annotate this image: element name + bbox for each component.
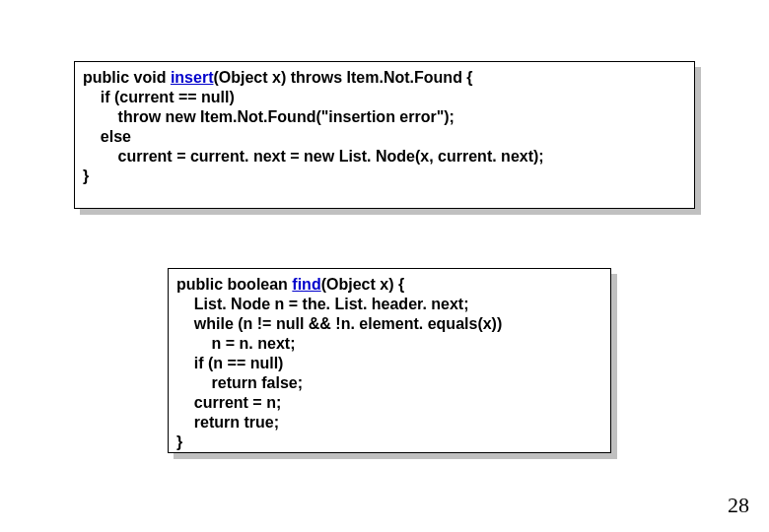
method-name: insert: [171, 69, 214, 86]
code-line: current = n;: [176, 393, 602, 413]
code-box-find: public boolean find(Object x) { List. No…: [168, 268, 611, 453]
page-number: 28: [728, 493, 749, 518]
code-line: while (n != null && !n. element. equals(…: [176, 314, 602, 334]
code-line: throw new Item.Not.Found("insertion erro…: [83, 107, 686, 127]
code-line: if (n == null): [176, 354, 602, 373]
code-line: }: [176, 432, 602, 452]
code-line: public void insert(Object x) throws Item…: [83, 68, 686, 88]
code-line: return true;: [176, 413, 602, 432]
code-fragment: public void: [83, 69, 171, 86]
code-line: return false;: [176, 373, 602, 393]
code-line: }: [83, 166, 686, 186]
code-line: if (current == null): [83, 88, 686, 107]
code-line: List. Node n = the. List. header. next;: [176, 295, 602, 314]
code-fragment: public boolean: [176, 276, 292, 293]
code-line: current = current. next = new List. Node…: [83, 147, 686, 166]
method-name: find: [292, 276, 320, 293]
code-box: public void insert(Object x) throws Item…: [74, 61, 695, 209]
code-line: n = n. next;: [176, 334, 602, 354]
code-line: public boolean find(Object x) {: [176, 275, 602, 295]
code-box: public boolean find(Object x) { List. No…: [168, 268, 611, 453]
code-box-insert: public void insert(Object x) throws Item…: [74, 61, 695, 209]
code-fragment: (Object x) {: [321, 276, 404, 293]
code-fragment: (Object x) throws Item.Not.Found {: [213, 69, 472, 86]
code-line: else: [83, 127, 686, 147]
